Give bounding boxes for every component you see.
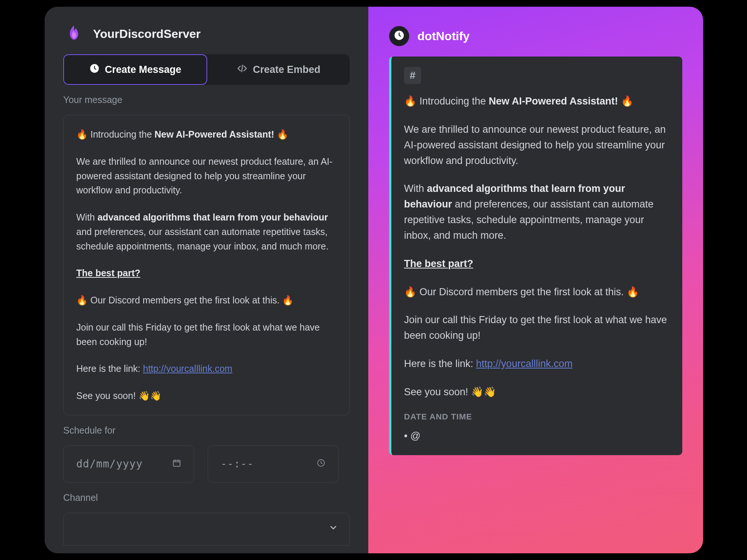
time-input[interactable]: --:-- xyxy=(208,445,339,483)
tab-create-message-label: Create Message xyxy=(105,64,182,75)
message-textarea[interactable]: 🔥 Introducing the New AI-Powered Assista… xyxy=(63,115,350,415)
calendar-icon xyxy=(172,458,181,470)
preview-call-link[interactable]: http://yourcalllink.com xyxy=(476,358,573,369)
call-link[interactable]: http://yourcalllink.com xyxy=(143,363,232,374)
channel-label: Channel xyxy=(63,492,350,503)
time-placeholder: --:-- xyxy=(221,458,254,470)
preview-header: dotNotify xyxy=(389,26,682,46)
tab-create-message[interactable]: Create Message xyxy=(63,54,207,85)
server-fire-icon xyxy=(63,23,85,45)
preview-avatar xyxy=(389,26,409,46)
preview-username: dotNotify xyxy=(417,29,469,43)
channel-select[interactable] xyxy=(63,513,350,545)
tab-create-embed[interactable]: Create Embed xyxy=(207,54,350,85)
date-input[interactable]: dd/mm/yyyy xyxy=(63,445,194,483)
app-window: YourDiscordServer Create Message xyxy=(45,7,703,553)
editor-panel: YourDiscordServer Create Message xyxy=(45,7,368,553)
your-message-label: Your message xyxy=(63,94,350,105)
clock-icon xyxy=(89,63,100,76)
clock-icon xyxy=(394,30,405,42)
date-time-value: • @ xyxy=(404,428,670,444)
preview-card: # 🔥 Introducing the New AI-Powered Assis… xyxy=(389,57,682,455)
server-name: YourDiscordServer xyxy=(93,27,201,41)
server-header: YourDiscordServer xyxy=(63,23,350,45)
preview-panel: dotNotify # 🔥 Introducing the New AI-Pow… xyxy=(368,7,703,553)
svg-rect-1 xyxy=(173,460,180,466)
schedule-row: dd/mm/yyyy --:-- xyxy=(63,445,350,483)
chevron-down-icon xyxy=(328,523,338,535)
code-icon xyxy=(237,63,248,77)
mode-tabs: Create Message Create Embed xyxy=(63,54,350,85)
schedule-for-label: Schedule for xyxy=(63,425,350,436)
date-time-heading: DATE AND TIME xyxy=(404,411,670,423)
date-placeholder: dd/mm/yyyy xyxy=(76,458,143,470)
clock-outline-icon xyxy=(317,458,326,470)
channel-hash-chip: # xyxy=(404,67,421,84)
tab-create-embed-label: Create Embed xyxy=(253,64,321,75)
